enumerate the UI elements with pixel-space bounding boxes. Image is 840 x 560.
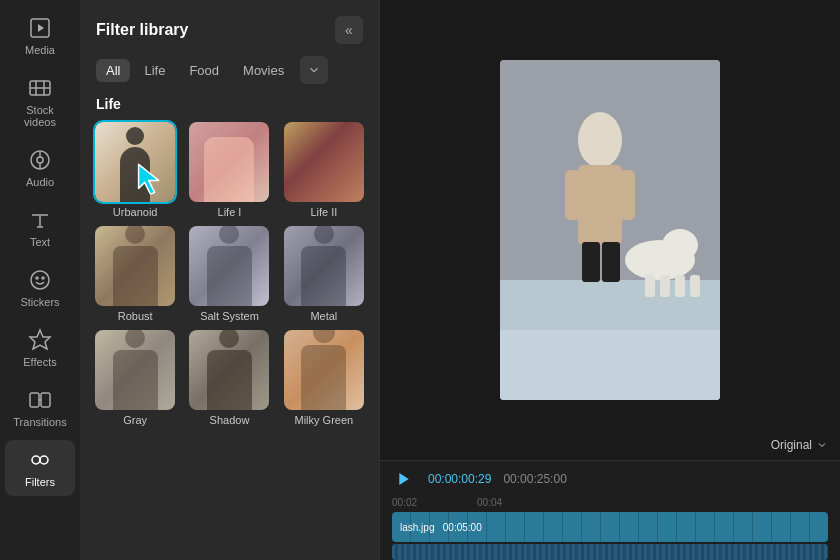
svg-rect-29 — [620, 170, 635, 220]
original-label[interactable]: Original — [771, 438, 828, 452]
sidebar-item-effects[interactable]: Effects — [5, 320, 75, 376]
stickers-icon — [28, 268, 52, 292]
filter-thumb-life2 — [284, 122, 364, 202]
filter-thumb-metal — [284, 226, 364, 306]
svg-point-7 — [37, 157, 43, 163]
filter-name-salt: Salt System — [200, 310, 259, 322]
svg-point-14 — [36, 277, 38, 279]
svg-marker-38 — [399, 473, 408, 485]
sidebar-item-stock-videos[interactable]: Stock videos — [5, 68, 75, 136]
filter-name-shadow: Shadow — [210, 414, 250, 426]
panel-title: Filter library — [96, 21, 188, 39]
sidebar-item-filters[interactable]: Filters — [5, 440, 75, 496]
filters-icon — [28, 448, 52, 472]
svg-point-26 — [578, 112, 622, 168]
right-area: Original 00:00:00:29 00:00:25:00 00:02 0… — [380, 0, 840, 560]
preview-area: Original — [380, 0, 840, 460]
svg-point-20 — [32, 456, 40, 464]
sidebar-item-audio[interactable]: Audio — [5, 140, 75, 196]
original-text: Original — [771, 438, 812, 452]
svg-rect-30 — [582, 242, 600, 282]
sidebar-item-transitions-label: Transitions — [13, 416, 66, 428]
svg-point-13 — [31, 271, 49, 289]
effects-icon — [28, 328, 52, 352]
filter-item-milky[interactable]: Milky Green — [281, 330, 367, 426]
filter-thumb-urbanoid — [95, 122, 175, 202]
filter-item-life2[interactable]: Life II — [281, 122, 367, 218]
filter-grid-area: Life Urbanoid — [80, 96, 379, 560]
svg-rect-25 — [500, 330, 720, 400]
sidebar-item-text[interactable]: Text — [5, 200, 75, 256]
filter-item-urbanoid[interactable]: Urbanoid — [92, 122, 178, 218]
filter-item-salt[interactable]: Salt System — [186, 226, 272, 322]
filter-item-shadow[interactable]: Shadow — [186, 330, 272, 426]
sidebar-item-media[interactable]: Media — [5, 8, 75, 64]
category-dropdown-button[interactable] — [300, 56, 328, 84]
svg-rect-34 — [645, 275, 655, 297]
filter-thumb-robust — [95, 226, 175, 306]
audio-icon — [28, 148, 52, 172]
svg-rect-27 — [578, 165, 622, 245]
audio-track[interactable] — [392, 544, 828, 560]
filter-name-urbanoid: Urbanoid — [113, 206, 158, 218]
total-time: 00:00:25:00 — [503, 472, 566, 486]
filter-thumb-gray — [95, 330, 175, 410]
sidebar-item-effects-label: Effects — [23, 356, 56, 368]
svg-rect-18 — [41, 393, 50, 407]
sidebar-item-stickers[interactable]: Stickers — [5, 260, 75, 316]
cat-tab-all[interactable]: All — [96, 59, 130, 82]
svg-rect-28 — [565, 170, 580, 220]
filter-item-robust[interactable]: Robust — [92, 226, 178, 322]
panel-header: Filter library « — [80, 0, 379, 56]
track-label-text: lash.jpg — [400, 522, 434, 533]
filter-item-life1[interactable]: Life I — [186, 122, 272, 218]
section-title-life: Life — [92, 96, 367, 112]
video-track[interactable]: lash.jpg 00:05:00 — [392, 512, 828, 542]
text-icon — [28, 208, 52, 232]
filter-item-gray[interactable]: Gray — [92, 330, 178, 426]
svg-point-21 — [40, 456, 48, 464]
sidebar-item-transitions[interactable]: Transitions — [5, 380, 75, 436]
sidebar-item-stock-label: Stock videos — [9, 104, 71, 128]
track-filename: lash.jpg 00:05:00 — [400, 522, 482, 533]
category-tabs: All Life Food Movies — [80, 56, 379, 96]
filter-name-robust: Robust — [118, 310, 153, 322]
preview-image — [500, 60, 720, 400]
filter-thumb-milky — [284, 330, 364, 410]
collapse-button[interactable]: « — [335, 16, 363, 44]
chevron-down-icon — [307, 63, 321, 77]
filter-name-life2: Life II — [310, 206, 337, 218]
svg-rect-36 — [675, 275, 685, 297]
ruler-marker-1: 00:02 — [392, 497, 417, 508]
filter-name-milky: Milky Green — [294, 414, 353, 426]
filter-grid: Urbanoid Life I Life II — [92, 122, 367, 426]
filter-thumb-salt — [189, 226, 269, 306]
filter-item-metal[interactable]: Metal — [281, 226, 367, 322]
timeline: 00:00:00:29 00:00:25:00 00:02 00:04 lash… — [380, 460, 840, 560]
filter-name-metal: Metal — [310, 310, 337, 322]
filter-thumb-life1 — [189, 122, 269, 202]
svg-point-15 — [42, 277, 44, 279]
sidebar-item-filters-label: Filters — [25, 476, 55, 488]
svg-rect-37 — [690, 275, 700, 297]
filter-panel: Filter library « All Life Food Movies Li… — [80, 0, 380, 560]
svg-point-33 — [662, 229, 698, 261]
timeline-ruler: 00:02 00:04 — [380, 497, 840, 508]
track-duration-text: 00:05:00 — [443, 522, 482, 533]
media-icon — [28, 16, 52, 40]
transitions-icon — [28, 388, 52, 412]
current-time: 00:00:00:29 — [428, 472, 491, 486]
filter-thumb-shadow — [189, 330, 269, 410]
sidebar-item-stickers-label: Stickers — [20, 296, 59, 308]
sidebar-item-media-label: Media — [25, 44, 55, 56]
play-button[interactable] — [392, 467, 416, 491]
cat-tab-food[interactable]: Food — [179, 59, 229, 82]
cat-tab-movies[interactable]: Movies — [233, 59, 294, 82]
svg-rect-35 — [660, 275, 670, 297]
sidebar-item-text-label: Text — [30, 236, 50, 248]
filter-name-gray: Gray — [123, 414, 147, 426]
svg-rect-31 — [602, 242, 620, 282]
svg-marker-1 — [38, 24, 44, 32]
stock-videos-icon — [28, 76, 52, 100]
cat-tab-life[interactable]: Life — [134, 59, 175, 82]
